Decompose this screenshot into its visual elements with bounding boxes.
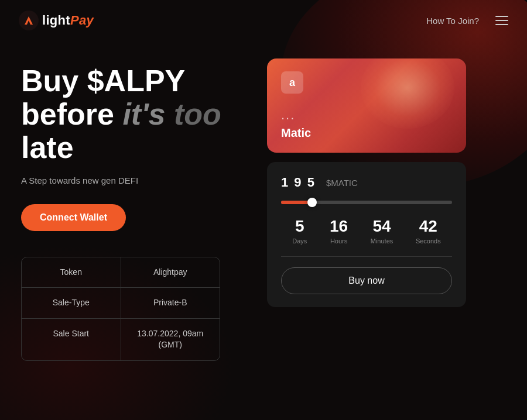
left-panel: Buy $ALPY before it's too late A Step to…: [21, 64, 244, 361]
countdown-seconds-value: 42: [416, 217, 441, 236]
table-value-salestart: 13.07.2022, 09am (GMT): [121, 319, 220, 360]
card-name: Matic: [281, 126, 452, 140]
widget-amount: 1 9 5: [281, 175, 316, 190]
how-to-join-link[interactable]: How To Join?: [426, 16, 479, 26]
countdown-days: 5 Days: [292, 217, 307, 245]
countdown-minutes-value: 54: [371, 217, 393, 236]
card-logo: a: [281, 71, 303, 94]
table-value-token: Alightpay: [121, 257, 220, 288]
widget-currency: $MATIC: [326, 178, 358, 188]
right-panel: a ... Matic 1 9 5 $MATIC 5 Days: [267, 58, 466, 307]
buy-widget: 1 9 5 $MATIC 5 Days 16 Hours: [267, 162, 466, 307]
connect-wallet-button[interactable]: Connect Wallet: [21, 204, 126, 231]
countdown-hours: 16 Hours: [330, 217, 348, 245]
countdown-minutes: 54 Minutes: [371, 217, 393, 245]
countdown-days-value: 5: [292, 217, 307, 236]
table-value-saletype: Private-B: [121, 288, 220, 318]
widget-divider: [281, 256, 452, 257]
countdown-seconds-label: Seconds: [416, 237, 441, 245]
countdown-minutes-label: Minutes: [371, 237, 393, 245]
table-row: Sale Start 13.07.2022, 09am (GMT): [22, 319, 220, 360]
buy-now-button[interactable]: Buy now: [281, 267, 452, 294]
countdown-days-label: Days: [292, 237, 307, 245]
card-dots: ...: [281, 108, 452, 123]
table-row: Sale-Type Private-B: [22, 288, 220, 319]
logo-icon: [19, 11, 39, 30]
widget-top: 1 9 5 $MATIC: [281, 175, 452, 190]
logo-text: lightPay: [42, 13, 94, 28]
navbar: lightPay How To Join?: [0, 0, 527, 41]
payment-card: a ... Matic: [267, 58, 466, 153]
countdown-hours-label: Hours: [330, 237, 348, 245]
main-content: Buy $ALPY before it's too late A Step to…: [0, 41, 527, 361]
slider-thumb: [307, 198, 317, 207]
hero-title: Buy $ALPY before it's too late: [21, 64, 244, 165]
countdown-seconds: 42 Seconds: [416, 217, 441, 245]
table-row: Token Alightpay: [22, 257, 220, 288]
slider-track: [281, 201, 452, 204]
table-label-saletype: Sale-Type: [22, 288, 121, 318]
logo[interactable]: lightPay: [19, 11, 94, 30]
hero-subtitle: A Step towards new gen DEFI: [21, 175, 244, 185]
hamburger-menu-icon[interactable]: [495, 16, 508, 25]
table-label-token: Token: [22, 257, 121, 288]
table-label-salestart: Sale Start: [22, 319, 121, 360]
countdown: 5 Days 16 Hours 54 Minutes 42 Seconds: [281, 217, 452, 245]
slider-container[interactable]: [281, 201, 452, 204]
countdown-hours-value: 16: [330, 217, 348, 236]
nav-right: How To Join?: [426, 16, 508, 26]
info-table: Token Alightpay Sale-Type Private-B Sale…: [21, 257, 220, 361]
